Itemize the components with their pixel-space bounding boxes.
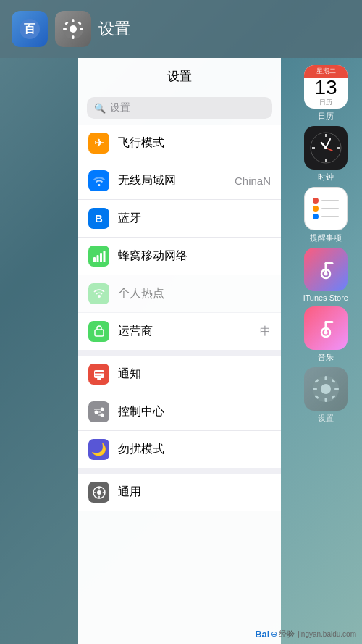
settings-item-dnd[interactable]: 🌙 勿扰模式 [78, 431, 281, 468]
svg-text:百: 百 [24, 22, 36, 35]
calendar-month-label: 日历 [319, 98, 332, 109]
reminder-dots [308, 193, 343, 224]
svg-rect-16 [94, 370, 104, 378]
watermark-url: jingyan.baidu.com [298, 630, 356, 638]
control-center-label: 控制中心 [118, 404, 271, 419]
svg-rect-47 [325, 321, 334, 323]
settings-section-1: ✈ 飞行模式 无线局域网 ChinaN B 蓝牙 [78, 125, 281, 350]
settings-item-carrier[interactable]: 运营商 中 [78, 313, 281, 350]
svg-rect-18 [95, 372, 104, 374]
bluetooth-label: 蓝牙 [118, 211, 271, 226]
svg-point-27 [97, 490, 101, 495]
search-placeholder: 设置 [110, 101, 130, 114]
settings-item-hotspot[interactable]: 个人热点 [78, 275, 281, 313]
settings-item-bluetooth[interactable]: B 蓝牙 [78, 200, 281, 238]
svg-point-3 [70, 25, 77, 33]
svg-rect-43 [325, 262, 334, 264]
hotspot-icon [88, 283, 109, 304]
settings-item-general[interactable]: 通用 [78, 474, 281, 511]
svg-rect-25 [98, 414, 101, 415]
settings-right-label: 设置 [318, 413, 334, 424]
reminder-app[interactable]: 提醒事项 [297, 187, 355, 243]
svg-rect-11 [96, 255, 98, 262]
settings-app-right[interactable]: 设置 [297, 367, 355, 424]
general-label: 通用 [118, 485, 271, 500]
section-gap-2 [78, 468, 281, 474]
dnd-icon: 🌙 [88, 439, 109, 460]
dnd-label: 勿扰模式 [118, 442, 271, 457]
watermark-suffix: 经验 [279, 629, 295, 640]
notification-icon [88, 364, 109, 385]
svg-point-50 [321, 384, 331, 394]
settings-list: ✈ 飞行模式 无线局域网 ChinaN B 蓝牙 [78, 125, 281, 644]
settings-panel: 设置 🔍 设置 ✈ 飞行模式 无线局域网 ChinaN [78, 58, 281, 644]
settings-search-bar[interactable]: 🔍 设置 [87, 97, 272, 119]
svg-rect-12 [100, 253, 102, 262]
svg-rect-13 [103, 251, 105, 262]
cellular-icon [88, 246, 109, 267]
top-bar: 百 设置 [0, 0, 362, 58]
svg-rect-19 [95, 375, 101, 376]
svg-rect-29 [98, 495, 100, 498]
top-bar-title: 设置 [98, 18, 130, 40]
svg-rect-23 [98, 411, 101, 412]
carrier-value: 中 [260, 325, 271, 338]
settings-item-airplane[interactable]: ✈ 飞行模式 [78, 125, 281, 162]
clock-app[interactable]: 时钟 [297, 126, 355, 183]
svg-point-48 [324, 331, 328, 335]
settings-app-icon-top[interactable] [55, 11, 91, 47]
settings-item-cellular[interactable]: 蜂窝移动网络 [78, 238, 281, 275]
svg-rect-28 [98, 487, 100, 490]
svg-rect-31 [102, 492, 105, 493]
carrier-label: 运营商 [118, 324, 251, 339]
notification-label: 通知 [118, 367, 271, 382]
section-gap-1 [78, 350, 281, 356]
watermark-icon: ⊕ [271, 630, 277, 639]
svg-rect-24 [94, 409, 100, 409]
svg-rect-17 [97, 378, 101, 380]
music-icon [304, 306, 348, 350]
itunes-app[interactable]: iTunes Store [297, 248, 355, 302]
svg-rect-10 [93, 257, 96, 262]
general-icon [88, 482, 109, 503]
hotspot-label: 个人热点 [118, 286, 271, 301]
cellular-label: 蜂窝移动网络 [118, 248, 271, 264]
settings-item-wifi[interactable]: 无线局域网 ChinaN [78, 162, 281, 200]
svg-rect-51 [325, 376, 327, 380]
wifi-value: ChinaN [235, 175, 271, 187]
airplane-icon: ✈ [88, 133, 109, 154]
settings-section-2: 通知 控制中心 🌙 勿扰模式 [78, 356, 281, 468]
svg-point-40 [324, 146, 327, 149]
right-panel: 星期二 13 日历 日历 时钟 [290, 58, 362, 644]
svg-rect-54 [334, 388, 339, 390]
control-center-icon [88, 401, 109, 422]
svg-rect-30 [93, 492, 96, 493]
wifi-icon [88, 170, 109, 191]
music-app[interactable]: 音乐 [297, 306, 355, 363]
calendar-day: 13 [314, 78, 337, 98]
svg-rect-7 [80, 28, 83, 30]
itunes-icon [304, 248, 348, 291]
settings-panel-title: 设置 [78, 58, 281, 91]
settings-item-notification[interactable]: 通知 [78, 356, 281, 393]
svg-rect-4 [72, 19, 75, 22]
watermark: Bai ⊕ 经验 jingyan.baidu.com [255, 629, 356, 640]
wifi-label: 无线局域网 [118, 173, 226, 188]
baidu-app-icon[interactable]: 百 [12, 11, 48, 47]
clock-icon [304, 126, 348, 170]
svg-point-21 [100, 407, 104, 411]
carrier-icon [88, 321, 109, 342]
svg-point-20 [94, 410, 98, 414]
settings-item-control-center[interactable]: 控制中心 [78, 393, 281, 431]
calendar-app[interactable]: 星期二 13 日历 日历 [297, 65, 355, 122]
calendar-label: 日历 [318, 111, 334, 122]
reminder-icon [304, 187, 348, 230]
music-label: 音乐 [318, 352, 334, 363]
svg-rect-15 [95, 330, 104, 336]
calendar-icon: 星期二 13 日历 [304, 65, 348, 109]
svg-rect-6 [63, 28, 67, 30]
bluetooth-icon: B [88, 208, 109, 229]
svg-rect-5 [72, 35, 75, 39]
svg-point-14 [98, 295, 101, 298]
left-strip [0, 58, 78, 644]
